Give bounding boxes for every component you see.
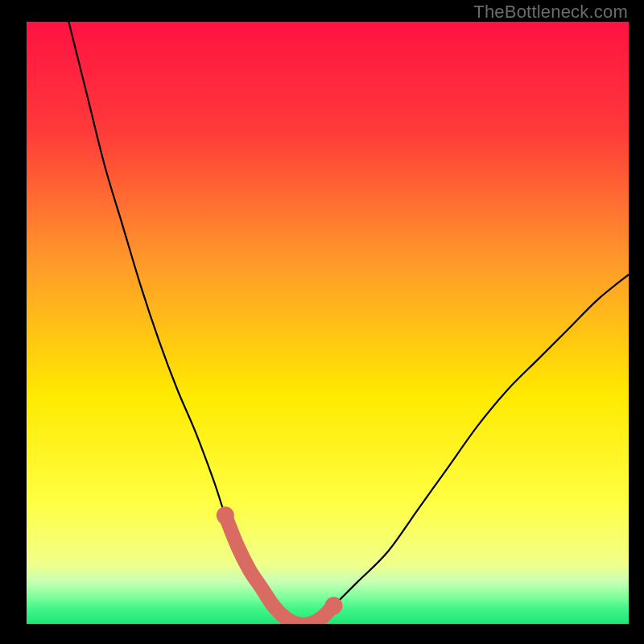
chart-frame: TheBottleneck.com <box>0 0 644 644</box>
watermark-text: TheBottleneck.com <box>473 2 628 23</box>
highlight-end-dot <box>324 597 342 615</box>
chart-svg <box>27 22 629 624</box>
plot-area <box>27 22 629 624</box>
gradient-background <box>27 22 629 624</box>
highlight-start-dot <box>217 506 234 524</box>
